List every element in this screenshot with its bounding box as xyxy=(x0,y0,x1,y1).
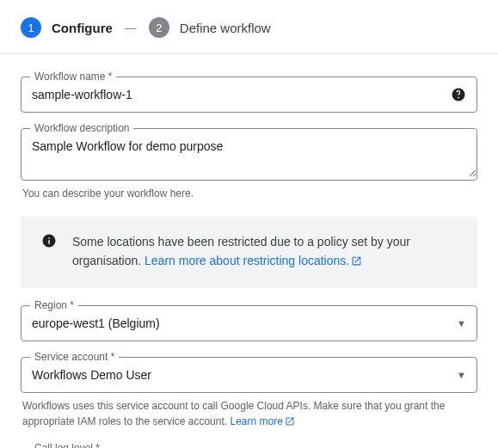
step-1-circle[interactable]: 1 xyxy=(21,17,41,38)
workflow-description-field: Workflow description xyxy=(21,128,477,181)
step-connector: — xyxy=(125,21,137,34)
service-account-learn-more-link[interactable]: Learn more xyxy=(230,415,294,427)
service-account-label: Service account * xyxy=(30,351,119,363)
step-2-circle[interactable]: 2 xyxy=(149,17,169,38)
external-link-icon xyxy=(285,415,295,431)
workflow-name-field: Workflow name * xyxy=(21,77,477,113)
chevron-down-icon: ▼ xyxy=(457,370,466,380)
workflow-name-label: Workflow name * xyxy=(30,71,116,83)
region-value: europe-west1 (Belgium) xyxy=(32,316,160,330)
help-icon[interactable] xyxy=(451,87,466,102)
step-2-label[interactable]: Define workflow xyxy=(180,21,271,35)
step-1-label[interactable]: Configure xyxy=(52,21,113,35)
chevron-down-icon: ▼ xyxy=(457,318,466,328)
form-area: Workflow name * Workflow description You… xyxy=(0,54,498,448)
info-icon xyxy=(41,233,57,251)
workflow-description-input[interactable] xyxy=(22,129,476,177)
service-account-value: Workflows Demo User xyxy=(32,368,151,382)
region-label: Region * xyxy=(30,299,78,311)
call-log-level-label: Call log level * xyxy=(30,442,104,448)
workflow-description-label: Workflow description xyxy=(30,122,133,134)
service-account-select[interactable]: Workflows Demo User ▼ xyxy=(22,358,476,392)
info-text: Some locations have been restricted due … xyxy=(72,232,462,273)
workflow-description-helper: You can describe your workflow here. xyxy=(22,186,477,201)
location-restriction-notice: Some locations have been restricted due … xyxy=(21,217,477,288)
service-account-field[interactable]: Service account * Workflows Demo User ▼ xyxy=(21,357,477,393)
region-select[interactable]: europe-west1 (Belgium) ▼ xyxy=(22,306,476,341)
service-account-helper: Workflows uses this service account to c… xyxy=(22,398,477,431)
restricting-locations-link[interactable]: Learn more about restricting locations. xyxy=(144,254,362,267)
workflow-name-input[interactable] xyxy=(22,77,476,112)
external-link-icon xyxy=(351,253,362,272)
stepper: 1 Configure — 2 Define workflow xyxy=(0,0,498,53)
region-field[interactable]: Region * europe-west1 (Belgium) ▼ xyxy=(21,305,477,341)
